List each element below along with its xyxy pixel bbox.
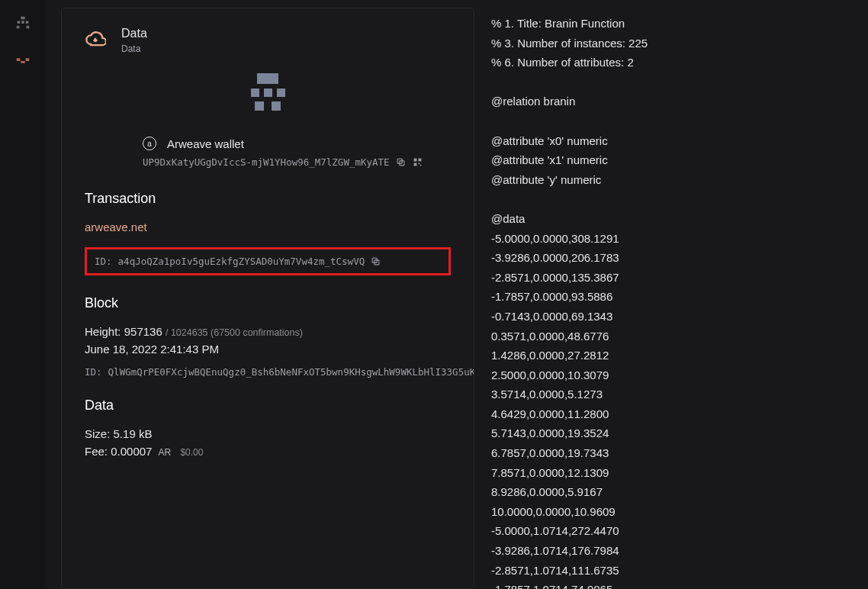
svg-rect-4: [17, 26, 20, 29]
copy-icon[interactable]: [396, 157, 407, 168]
svg-rect-3: [26, 21, 29, 24]
svg-rect-12: [418, 158, 421, 161]
card-header: Data Data: [85, 27, 451, 54]
block-id-row: ID: QlWGmQrPE0FXcjwBQEnuQgz0_Bsh6bNeNFxO…: [85, 366, 451, 378]
file-content-view: % 1. Title: Branin Function % 3. Number …: [488, 8, 868, 589]
nav-bridge-icon[interactable]: [14, 52, 32, 70]
transaction-id-value: a4qJoQZa1poIv5guEzkfgZYSAD0uYm7Vw4zm_tCs…: [118, 256, 365, 267]
height-value: 957136: [124, 325, 162, 338]
block-date: June 18, 2022 2:41:43 PM: [85, 343, 451, 356]
block-id-value: QlWGmQrPE0FXcjwBQEnuQgz0_Bsh6bNeNFxOT5bw…: [108, 366, 474, 378]
height-label: Height:: [85, 325, 121, 338]
block-heading: Block: [85, 295, 451, 311]
svg-rect-1: [18, 21, 21, 24]
height-meta: / 1024635 (67500 confirmations): [166, 327, 303, 338]
svg-rect-6: [17, 58, 21, 61]
svg-rect-14: [418, 163, 420, 164]
block-id-label: ID:: [85, 366, 102, 378]
transaction-section: Transaction arweave.net ID: a4qJoQZa1poI…: [85, 191, 451, 275]
qr-icon[interactable]: [413, 157, 423, 168]
svg-rect-5: [27, 26, 30, 29]
block-section: Block Height: 957136 / 1024635 (67500 co…: [85, 295, 451, 378]
arweave-a-icon: a: [143, 137, 156, 150]
wallet-address-row: UP9DxKatyUGgDvIccS-mjW1YHow96_M7lZGW_mKy…: [85, 156, 451, 168]
data-section: Data Size: 5.19 kB Fee: 0.00007 AR $0.00: [85, 397, 451, 458]
wallet-label-row: a Arweave wallet: [85, 137, 451, 150]
transaction-card: Data Data a Arweave wallet UP9DxKatyUGgD…: [61, 8, 474, 589]
size-value: 5.19 kB: [114, 427, 153, 440]
fee-value: 0.00007: [111, 445, 152, 458]
svg-rect-15: [420, 164, 421, 166]
nav-home-icon[interactable]: [14, 14, 32, 32]
data-heading: Data: [85, 397, 451, 414]
block-height-row: Height: 957136 / 1024635 (67500 confirma…: [85, 325, 451, 338]
svg-rect-11: [413, 158, 416, 161]
size-label: Size:: [85, 427, 110, 440]
fee-unit: AR: [159, 447, 172, 458]
data-size-row: Size: 5.19 kB: [85, 427, 451, 440]
wallet-label: Arweave wallet: [167, 137, 244, 150]
transaction-id-label: ID:: [95, 256, 112, 267]
side-nav: [0, 0, 46, 589]
pixel-art-icon: [85, 69, 451, 114]
svg-rect-8: [21, 61, 25, 63]
data-fee-row: Fee: 0.00007 AR $0.00: [85, 445, 451, 458]
cloud-download-icon: [85, 28, 106, 50]
fee-usd: $0.00: [180, 447, 203, 458]
svg-rect-13: [413, 163, 416, 166]
card-subtitle: Data: [121, 43, 147, 54]
copy-icon[interactable]: [371, 256, 381, 267]
transaction-heading: Transaction: [85, 191, 451, 207]
arweave-net-link[interactable]: arweave.net: [85, 220, 451, 233]
transaction-id-highlight: ID: a4qJoQZa1poIv5guEzkfgZYSAD0uYm7Vw4zm…: [85, 247, 451, 275]
card-title: Data: [121, 27, 147, 40]
fee-label: Fee:: [85, 445, 108, 458]
svg-rect-2: [21, 21, 24, 24]
svg-rect-7: [26, 58, 30, 61]
svg-rect-0: [21, 17, 25, 20]
wallet-address: UP9DxKatyUGgDvIccS-mjW1YHow96_M7lZGW_mKy…: [143, 156, 390, 168]
